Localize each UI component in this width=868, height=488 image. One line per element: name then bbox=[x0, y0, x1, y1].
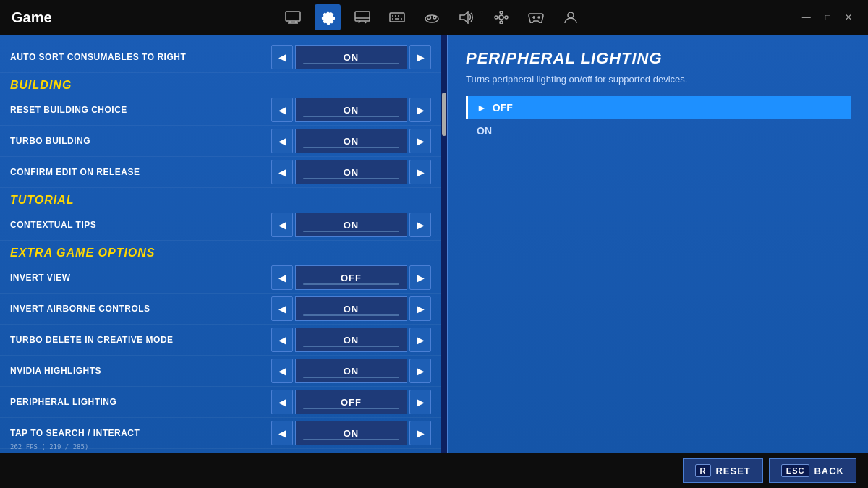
value-underline bbox=[303, 116, 399, 117]
back-button[interactable]: ESC BACK bbox=[769, 458, 856, 483]
arrow-right-invert-view[interactable]: ▶ bbox=[409, 265, 431, 290]
value-nvidia: ON bbox=[295, 359, 407, 383]
nav-icons bbox=[81, 4, 783, 30]
controller2-icon[interactable] bbox=[419, 4, 445, 30]
svg-point-26 bbox=[500, 21, 503, 24]
value-underline bbox=[303, 408, 399, 409]
value-underline bbox=[303, 377, 399, 378]
main-layout: AUTO SORT CONSUMABLES TO RIGHT ◀ ON ▶ BU… bbox=[0, 35, 868, 453]
setting-label-contextual-tips: CONTEXTUAL TIPS bbox=[10, 220, 271, 230]
arrow-left-peripheral-lighting[interactable]: ◀ bbox=[271, 390, 293, 414]
section-header-extra: EXTRA GAME OPTIONS bbox=[0, 241, 441, 262]
option-on[interactable]: ON bbox=[466, 119, 851, 142]
arrow-right-reset-building[interactable]: ▶ bbox=[409, 98, 431, 122]
keyboard-icon[interactable] bbox=[384, 4, 410, 30]
option-off[interactable]: ► OFF bbox=[466, 96, 851, 119]
setting-control-reset-building: ◀ ON ▶ bbox=[271, 98, 431, 122]
arrow-left-auto-sort[interactable]: ◀ bbox=[271, 45, 293, 69]
svg-marker-21 bbox=[460, 12, 468, 23]
arrow-right-turbo-delete[interactable]: ▶ bbox=[409, 328, 431, 352]
arrow-left-invert-view[interactable]: ◀ bbox=[271, 265, 293, 290]
value-turbo-building: ON bbox=[295, 129, 407, 153]
fps-counter: 262 FPS ( 219 / 285) bbox=[10, 443, 88, 450]
right-panel-subtitle: Turns peripheral lighting on/off for sup… bbox=[466, 74, 851, 85]
section-header-building: BUILDING bbox=[0, 73, 441, 95]
monitor-icon[interactable] bbox=[280, 4, 306, 30]
value-tap-search: ON bbox=[295, 421, 407, 445]
bottom-bar: R RESET ESC BACK bbox=[0, 453, 868, 488]
gear-icon[interactable] bbox=[315, 4, 341, 30]
arrow-left-invert-airborne[interactable]: ◀ bbox=[271, 296, 293, 321]
value-auto-sort: ON bbox=[295, 45, 407, 69]
left-panel: AUTO SORT CONSUMABLES TO RIGHT ◀ ON ▶ BU… bbox=[0, 35, 441, 453]
svg-point-22 bbox=[499, 15, 503, 20]
reset-label: RESET bbox=[715, 466, 750, 476]
setting-label-turbo-building: TURBO BUILDING bbox=[10, 136, 271, 146]
value-peripheral-lighting: OFF bbox=[295, 390, 407, 414]
setting-label-turbo-delete: TURBO DELETE IN CREATIVE MODE bbox=[10, 335, 271, 345]
arrow-left-confirm-edit[interactable]: ◀ bbox=[271, 160, 293, 184]
value-turbo-delete: ON bbox=[295, 328, 407, 352]
arrow-right-turbo-building[interactable]: ▶ bbox=[409, 129, 431, 153]
svg-rect-8 bbox=[390, 13, 404, 22]
setting-label-peripheral-lighting: PERIPHERAL LIGHTING bbox=[10, 397, 271, 407]
arrow-left-nvidia[interactable]: ◀ bbox=[271, 359, 293, 383]
back-key: ESC bbox=[781, 464, 810, 477]
value-reset-building: ON bbox=[295, 98, 407, 122]
setting-control-nvidia: ◀ ON ▶ bbox=[271, 359, 431, 383]
gamepad-icon[interactable] bbox=[523, 4, 549, 30]
setting-row-turbo-building: TURBO BUILDING ◀ ON ▶ bbox=[0, 126, 441, 157]
value-underline bbox=[303, 178, 399, 179]
setting-row-contextual-tips: CONTEXTUAL TIPS ◀ ON ▶ bbox=[0, 210, 441, 241]
setting-label-invert-airborne: INVERT AIRBORNE CONTROLS bbox=[10, 304, 271, 314]
scroll-divider bbox=[441, 35, 447, 453]
scroll-thumb[interactable] bbox=[442, 93, 446, 136]
arrow-left-tap-search[interactable]: ◀ bbox=[271, 421, 293, 445]
back-label: BACK bbox=[814, 466, 844, 476]
setting-label-nvidia: NVIDIA HIGHLIGHTS bbox=[10, 366, 271, 376]
arrow-right-auto-sort[interactable]: ▶ bbox=[409, 45, 431, 69]
display-icon[interactable] bbox=[349, 4, 375, 30]
value-invert-airborne: ON bbox=[295, 296, 407, 321]
speaker-icon[interactable] bbox=[454, 4, 480, 30]
setting-control-tap-search: ◀ ON ▶ bbox=[271, 421, 431, 445]
svg-rect-0 bbox=[286, 12, 300, 21]
arrow-left-contextual-tips[interactable]: ◀ bbox=[271, 213, 293, 237]
setting-row-nvidia: NVIDIA HIGHLIGHTS ◀ ON ▶ bbox=[0, 356, 441, 387]
right-panel-title: PERIPHERAL LIGHTING bbox=[466, 49, 851, 68]
svg-point-33 bbox=[538, 17, 540, 18]
setting-label-confirm-edit: CONFIRM EDIT ON RELEASE bbox=[10, 167, 271, 177]
setting-row-invert-airborne: INVERT AIRBORNE CONTROLS ◀ ON ▶ bbox=[0, 294, 441, 325]
setting-label-auto-sort: AUTO SORT CONSUMABLES TO RIGHT bbox=[10, 52, 271, 62]
setting-row-confirm-edit: CONFIRM EDIT ON RELEASE ◀ ON ▶ bbox=[0, 157, 441, 188]
setting-control-invert-view: ◀ OFF ▶ bbox=[271, 265, 431, 290]
close-button[interactable]: ✕ bbox=[841, 11, 856, 24]
setting-control-turbo-delete: ◀ ON ▶ bbox=[271, 328, 431, 352]
arrow-right-nvidia[interactable]: ▶ bbox=[409, 359, 431, 383]
value-underline bbox=[303, 63, 399, 64]
setting-label-tap-search: TAP TO SEARCH / INTERACT bbox=[10, 428, 271, 438]
arrow-left-turbo-building[interactable]: ◀ bbox=[271, 129, 293, 153]
network-icon[interactable] bbox=[488, 4, 514, 30]
value-underline bbox=[303, 346, 399, 347]
arrow-right-peripheral-lighting[interactable]: ▶ bbox=[409, 390, 431, 414]
user-icon[interactable] bbox=[558, 4, 584, 30]
reset-button[interactable]: R RESET bbox=[683, 458, 763, 483]
setting-row-turbo-delete: TURBO DELETE IN CREATIVE MODE ◀ ON ▶ bbox=[0, 325, 441, 356]
arrow-right-tap-search[interactable]: ▶ bbox=[409, 421, 431, 445]
arrow-right-invert-airborne[interactable]: ▶ bbox=[409, 296, 431, 321]
setting-row-invert-view: INVERT VIEW ◀ OFF ▶ bbox=[0, 262, 441, 294]
minimize-button[interactable]: — bbox=[798, 11, 815, 24]
arrow-left-turbo-delete[interactable]: ◀ bbox=[271, 328, 293, 352]
value-contextual-tips: ON bbox=[295, 213, 407, 237]
window-controls: — □ ✕ bbox=[798, 11, 856, 24]
section-header-tutorial: TUTORIAL bbox=[0, 188, 441, 210]
arrow-right-confirm-edit[interactable]: ▶ bbox=[409, 160, 431, 184]
value-underline bbox=[303, 439, 399, 440]
arrow-left-reset-building[interactable]: ◀ bbox=[271, 98, 293, 122]
svg-point-23 bbox=[495, 16, 498, 19]
maximize-button[interactable]: □ bbox=[821, 11, 835, 24]
svg-point-25 bbox=[500, 11, 503, 14]
title-bar: Game — □ ✕ bbox=[0, 0, 868, 35]
arrow-right-contextual-tips[interactable]: ▶ bbox=[409, 213, 431, 237]
